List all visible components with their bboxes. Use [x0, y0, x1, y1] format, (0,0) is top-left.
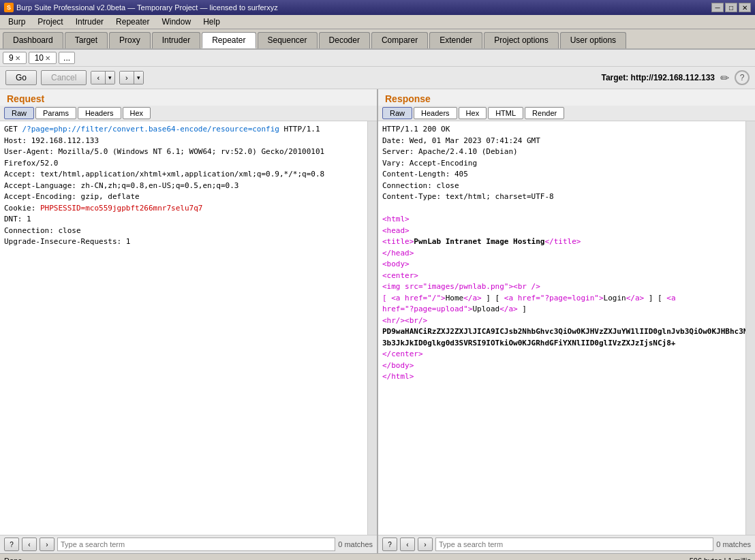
request-tab-headers[interactable]: Headers — [78, 107, 121, 119]
response-tab-hex[interactable]: Hex — [459, 107, 487, 119]
sub-tab-10[interactable]: 10 ✕ — [29, 52, 57, 64]
request-matches-label: 0 matches — [338, 540, 373, 548]
response-panel: Response Raw Headers Hex HTML Render HTT… — [378, 89, 755, 553]
tab-extender[interactable]: Extender — [429, 32, 482, 48]
response-next-button[interactable]: › — [418, 538, 433, 551]
menu-help[interactable]: Help — [198, 16, 226, 27]
panels: Request Raw Params Headers Hex GET /?pag… — [0, 89, 755, 553]
resp-html-close: </html> — [382, 371, 751, 383]
edit-target-button[interactable]: ✏ — [720, 72, 729, 84]
sub-tabs: 9 ✕ 10 ✕ ... — [0, 50, 755, 67]
target-info: Target: http://192.168.112.133 ✏ ? — [601, 70, 750, 85]
resp-links: [ <a href="/">Home</a> ] [ <a href="?pag… — [382, 293, 751, 305]
main-area: Go Cancel ‹ ▾ › ▾ Target: http://192.168… — [0, 67, 755, 553]
response-tab-headers[interactable]: Headers — [414, 107, 457, 119]
resp-line-7: Content-Type: text/html; charset=UTF-8 — [382, 191, 751, 203]
request-help-button[interactable]: ? — [4, 538, 19, 551]
maximize-button[interactable]: □ — [725, 3, 737, 12]
tab-user-options[interactable]: User options — [560, 32, 626, 48]
request-tab-hex[interactable]: Hex — [123, 107, 151, 119]
request-scrollbar[interactable] — [367, 121, 377, 535]
request-tab-raw[interactable]: Raw — [4, 107, 34, 119]
resp-line-2: Date: Wed, 01 Mar 2023 07:41:24 GMT — [382, 136, 751, 147]
request-line-9: Connection: close — [4, 225, 373, 237]
go-button[interactable]: Go — [5, 70, 37, 85]
request-panel-tabs: Raw Params Headers Hex — [0, 106, 377, 121]
response-search-input[interactable] — [435, 538, 713, 551]
close-button[interactable]: ✕ — [739, 3, 751, 12]
request-panel-header: Request — [0, 89, 377, 106]
response-matches-label: 0 matches — [716, 540, 751, 548]
sub-tab-9-label: 9 — [9, 53, 14, 63]
tab-dashboard[interactable]: Dashboard — [3, 32, 63, 48]
close-tab-10[interactable]: ✕ — [45, 55, 50, 62]
menu-window[interactable]: Window — [156, 16, 196, 27]
back-nav-group: ‹ ▾ — [91, 71, 115, 84]
sub-tab-9[interactable]: 9 ✕ — [3, 52, 27, 64]
fwd-nav-group: › ▾ — [119, 71, 144, 84]
back-dropdown-button[interactable]: ▾ — [106, 72, 114, 84]
resp-line-3: Server: Apache/2.4.10 (Debian) — [382, 146, 751, 158]
response-content[interactable]: HTTP/1.1 200 OK Date: Wed, 01 Mar 2023 0… — [378, 121, 755, 535]
tab-comparer[interactable]: Comparer — [371, 32, 428, 48]
request-content[interactable]: GET /?page=php://filter/convert.base64-e… — [0, 121, 377, 535]
resp-head-open: <head> — [382, 225, 751, 237]
resp-hr: <hr/><br/> — [382, 315, 751, 327]
tab-project-options[interactable]: Project options — [484, 32, 558, 48]
resp-line-1: HTTP/1.1 200 OK — [382, 124, 751, 136]
request-search-bar: ? ‹ › 0 matches — [0, 535, 377, 553]
resp-blank — [382, 203, 751, 215]
app-icon: S — [4, 3, 14, 12]
tab-repeater[interactable]: Repeater — [202, 32, 256, 48]
resp-head-close: </head> — [382, 248, 751, 260]
response-tab-raw[interactable]: Raw — [382, 107, 412, 119]
menu-bar: Burp Project Intruder Repeater Window He… — [0, 15, 755, 29]
forward-dropdown-button[interactable]: ▾ — [134, 72, 143, 84]
response-tab-render[interactable]: Render — [525, 107, 564, 119]
response-help-button[interactable]: ? — [382, 538, 397, 551]
more-tabs-button[interactable]: ... — [59, 52, 75, 64]
tab-sequencer[interactable]: Sequencer — [258, 32, 318, 48]
response-search-bar: ? ‹ › 0 matches — [378, 535, 755, 553]
title-bar: S Burp Suite Professional v2.0beta — Tem… — [0, 0, 755, 15]
menu-repeater[interactable]: Repeater — [110, 16, 155, 27]
tab-decoder[interactable]: Decoder — [319, 32, 370, 48]
resp-body-close: </body> — [382, 360, 751, 372]
title-text: Burp Suite Professional v2.0beta — Tempo… — [16, 3, 278, 12]
tab-target[interactable]: Target — [65, 32, 108, 48]
request-tab-params[interactable]: Params — [35, 107, 76, 119]
cancel-button[interactable]: Cancel — [41, 70, 87, 85]
request-search-input[interactable] — [57, 538, 335, 551]
request-line-2: Host: 192.168.112.133 — [4, 136, 373, 147]
resp-line-5: Content-Length: 405 — [382, 169, 751, 181]
request-line-7: Cookie: PHPSESSID=mco559jgpbft266mnr7sel… — [4, 203, 373, 215]
resp-html-open: <html> — [382, 214, 751, 225]
sub-tab-10-label: 10 — [35, 53, 44, 63]
request-line-3: User-Agent: Mozilla/5.0 (Windows NT 6.1;… — [4, 146, 373, 169]
target-label: Target: http://192.168.112.133 — [601, 73, 715, 82]
status-right: 596 bytes | 1 millis — [690, 557, 751, 561]
response-tab-html[interactable]: HTML — [488, 107, 523, 119]
minimize-button[interactable]: ─ — [711, 3, 724, 12]
tab-proxy[interactable]: Proxy — [109, 32, 151, 48]
tab-intruder[interactable]: Intruder — [152, 32, 200, 48]
menu-project[interactable]: Project — [32, 16, 68, 27]
response-prev-button[interactable]: ‹ — [400, 538, 415, 551]
toolbar: Go Cancel ‹ ▾ › ▾ Target: http://192.168… — [0, 67, 755, 89]
resp-title: <title>PwnLab Intranet Image Hosting</ti… — [382, 236, 751, 248]
resp-encoded: PD9waHANCiRzZXJ2ZXJlJICA9ICJsb2NhbGhvc3Q… — [382, 326, 751, 349]
response-scrollbar[interactable] — [745, 121, 755, 535]
menu-intruder[interactable]: Intruder — [70, 16, 109, 27]
resp-center-open: <center> — [382, 270, 751, 282]
forward-button[interactable]: › — [120, 72, 134, 84]
back-button[interactable]: ‹ — [91, 72, 106, 84]
response-panel-header: Response — [378, 89, 755, 106]
resp-links2: href="?page=upload">Upload</a> ] — [382, 304, 751, 315]
request-prev-button[interactable]: ‹ — [22, 538, 37, 551]
help-button[interactable]: ? — [735, 70, 750, 85]
request-next-button[interactable]: › — [40, 538, 55, 551]
nav-tabs: Dashboard Target Proxy Intruder Repeater… — [0, 29, 755, 50]
window-controls[interactable]: ─ □ ✕ — [711, 3, 751, 12]
menu-burp[interactable]: Burp — [3, 16, 31, 27]
close-tab-9[interactable]: ✕ — [15, 55, 20, 62]
